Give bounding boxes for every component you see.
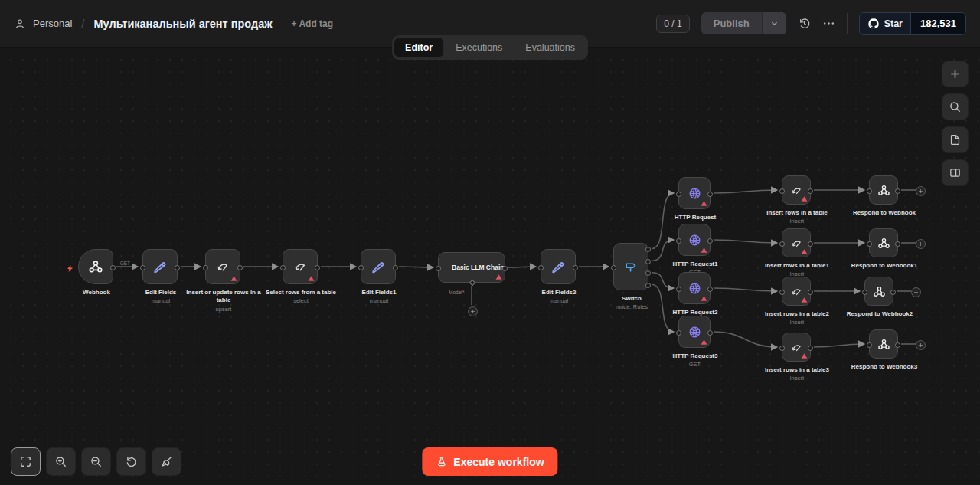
- zoom-in-button[interactable]: [46, 447, 76, 476]
- add-model-button[interactable]: [468, 306, 478, 316]
- input-port[interactable]: [676, 287, 681, 292]
- tab-editor[interactable]: Editor: [394, 38, 443, 57]
- input-port[interactable]: [436, 266, 441, 271]
- webhook-icon: [877, 184, 890, 197]
- warning-triangle-icon: [495, 274, 502, 280]
- input-port[interactable]: [538, 265, 544, 270]
- more-options-button[interactable]: [822, 17, 835, 30]
- input-port[interactable]: [779, 241, 785, 247]
- output-port[interactable]: [808, 188, 813, 194]
- workflow-title[interactable]: Мультиканальный агент продаж: [93, 18, 272, 30]
- output-port[interactable]: [707, 287, 713, 292]
- input-port[interactable]: [676, 192, 681, 197]
- node-edit-fields[interactable]: Edit Fieldsmanual: [142, 249, 178, 284]
- undo-button[interactable]: [116, 447, 146, 476]
- output-port[interactable]: [237, 265, 243, 270]
- node-http-request2[interactable]: HTTP Request2GET:: [678, 272, 710, 304]
- input-port[interactable]: [862, 290, 867, 295]
- node-http-request3[interactable]: HTTP Request3GET:: [678, 316, 710, 348]
- github-icon: [867, 18, 880, 30]
- add-next-node-button[interactable]: [916, 239, 926, 249]
- tab-executions[interactable]: Executions: [445, 38, 513, 57]
- workflow-canvas[interactable]: GETWebhookEdit FieldsmanualInsert or upd…: [0, 0, 980, 485]
- output-port[interactable]: [393, 265, 398, 270]
- node-subtitle: insert: [755, 218, 839, 225]
- input-port[interactable]: [676, 330, 681, 336]
- add-node-button[interactable]: [942, 61, 969, 87]
- add-next-node-button[interactable]: [916, 186, 926, 196]
- sub-node-port[interactable]: [469, 280, 475, 286]
- workflow-history-button[interactable]: [798, 17, 811, 30]
- output-port[interactable]: [808, 290, 813, 295]
- fit-view-button[interactable]: [11, 447, 41, 476]
- publish-dropdown-button[interactable]: [762, 12, 786, 34]
- undo-icon: [125, 455, 138, 468]
- tab-evaluations[interactable]: Evaluations: [514, 38, 586, 57]
- github-star-widget[interactable]: Star 182,531: [859, 12, 966, 35]
- search-button[interactable]: [942, 93, 969, 120]
- output-port[interactable]: [645, 259, 651, 264]
- warning-triangle-icon: [701, 247, 707, 254]
- output-port[interactable]: [895, 188, 900, 194]
- node-insert-rows1[interactable]: Insert rows in a table1insert: [782, 228, 811, 257]
- node-subtitle: insert: [755, 375, 839, 382]
- node-http-request[interactable]: HTTP RequestGET:: [678, 177, 710, 209]
- output-port[interactable]: [808, 346, 813, 351]
- output-port[interactable]: [175, 265, 180, 270]
- output-port[interactable]: [707, 330, 713, 336]
- output-port[interactable]: [573, 265, 578, 270]
- input-port[interactable]: [676, 238, 681, 244]
- node-title: HTTP Request3: [653, 352, 737, 360]
- output-port[interactable]: [895, 342, 900, 348]
- input-port[interactable]: [280, 265, 286, 270]
- publish-button[interactable]: Publish: [701, 12, 762, 34]
- output-port[interactable]: [645, 247, 651, 252]
- add-tag-button[interactable]: + Add tag: [292, 18, 334, 29]
- node-respond-webhook1[interactable]: Respond to Webhook1: [869, 228, 898, 257]
- project-name[interactable]: Personal: [33, 18, 72, 29]
- execute-workflow-button[interactable]: Execute workflow: [422, 447, 557, 476]
- output-port[interactable]: [645, 270, 651, 276]
- input-port[interactable]: [867, 188, 872, 194]
- node-http-request1[interactable]: HTTP Request1GET:: [678, 224, 710, 256]
- input-port[interactable]: [867, 241, 872, 247]
- node-edit-fields1[interactable]: Edit Fields1manual: [361, 249, 396, 284]
- output-port[interactable]: [890, 290, 896, 295]
- output-port[interactable]: [808, 241, 813, 247]
- node-upsert-rows[interactable]: Insert or update rows in a tableupsert: [205, 249, 240, 284]
- input-port[interactable]: [358, 265, 364, 270]
- sticky-note-button[interactable]: [942, 126, 969, 153]
- output-port[interactable]: [645, 283, 651, 288]
- chevron-down-icon: [769, 18, 779, 28]
- node-respond-webhook[interactable]: Respond to Webhook: [869, 175, 898, 205]
- node-switch[interactable]: Switchmode: Rules: [613, 243, 648, 290]
- input-port[interactable]: [867, 342, 872, 348]
- output-port[interactable]: [895, 241, 900, 247]
- node-respond-webhook3[interactable]: Respond to Webhook3: [869, 329, 898, 359]
- output-port[interactable]: [707, 238, 713, 244]
- add-next-node-button[interactable]: [916, 340, 926, 350]
- node-insert-rows3[interactable]: Insert rows in a table3insert: [782, 333, 811, 362]
- input-port[interactable]: [140, 265, 145, 270]
- node-webhook[interactable]: GETWebhook: [78, 249, 113, 284]
- output-port[interactable]: [502, 266, 508, 271]
- tidy-up-button[interactable]: [152, 447, 181, 476]
- node-select-rows[interactable]: Select rows from a tableselect: [283, 249, 318, 284]
- toggle-panel-button[interactable]: [942, 159, 969, 186]
- input-port[interactable]: [779, 346, 785, 351]
- output-port[interactable]: [707, 192, 713, 197]
- input-port[interactable]: [779, 188, 785, 194]
- warning-triangle-icon: [801, 195, 808, 202]
- output-port[interactable]: [315, 265, 320, 270]
- input-port[interactable]: [611, 265, 616, 270]
- node-insert-rows[interactable]: Insert rows in a tableinsert: [782, 175, 811, 205]
- node-llm-chain[interactable]: Basic LLM ChainModel*: [438, 252, 505, 283]
- node-edit-fields2[interactable]: Edit Fields2manual: [541, 249, 576, 284]
- node-insert-rows2[interactable]: Insert rows in a table2insert: [782, 277, 811, 306]
- input-port[interactable]: [203, 265, 208, 270]
- add-next-node-button[interactable]: [911, 287, 921, 297]
- zoom-out-button[interactable]: [81, 447, 111, 476]
- node-respond-webhook2[interactable]: Respond to Webhook2: [864, 277, 893, 306]
- output-port[interactable]: [110, 265, 116, 270]
- input-port[interactable]: [779, 290, 785, 295]
